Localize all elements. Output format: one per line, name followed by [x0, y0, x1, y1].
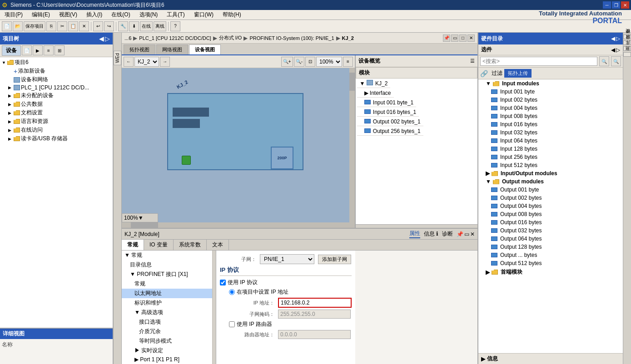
title-bar-controls[interactable]: ─ ❐ ✕	[603, 1, 629, 9]
canvas-scrollbar-thumb-v[interactable]	[349, 73, 355, 91]
tree-root[interactable]: ▼ 项目6	[1, 58, 112, 67]
pin-button[interactable]: 📌	[443, 34, 450, 42]
catalog-search-input[interactable]	[480, 57, 597, 66]
canvas-scrollbar-h[interactable]	[122, 222, 355, 228]
prop-tab-io[interactable]: IO 变量	[144, 240, 174, 250]
menu-edit[interactable]: 编辑(E)	[29, 10, 53, 20]
tab-network[interactable]: 网络视图	[156, 44, 188, 54]
tab-device[interactable]: 设备视图	[189, 44, 221, 54]
prop-tree-realtime[interactable]: ▶ 实时设定	[122, 346, 212, 355]
redo-button[interactable]: ↪	[104, 21, 114, 31]
catalog-input-128[interactable]: Input 128 bytes	[478, 145, 623, 153]
table-row-input016[interactable]: Input 016 bytes_1	[356, 108, 477, 117]
copy-button[interactable]: ⎘	[46, 21, 56, 31]
prop-tree-profinet[interactable]: ▼ PROFINET 接口 [X1]	[122, 270, 212, 279]
device-overview-menu[interactable]: ☰	[470, 58, 475, 64]
prop-tree-ident[interactable]: 标识和维护	[122, 298, 212, 308]
menu-view[interactable]: 视图(V)	[56, 10, 80, 20]
cut-button[interactable]: ✂	[57, 21, 67, 31]
sidebar-grid-btn[interactable]: ⊞	[55, 45, 65, 55]
set-in-project-radio[interactable]	[229, 289, 235, 295]
prop-restore-btn[interactable]: ▭	[464, 231, 469, 237]
catalog-toggle-btn[interactable]: ◀	[611, 35, 615, 42]
catalog-input-512[interactable]: Input 512 bytes	[478, 161, 623, 169]
catalog-output-001[interactable]: Output 001 byte	[478, 186, 623, 194]
options-expand-btn[interactable]: ▷	[616, 47, 620, 53]
restore-button[interactable]: ❐	[612, 1, 620, 9]
tree-card-reader[interactable]: ▶ 读卡器/USB 存储器	[1, 134, 112, 143]
edge-tab-wed[interactable]: WEd	[114, 51, 121, 65]
zoom-selector[interactable]: 100%	[316, 57, 342, 67]
menu-options[interactable]: 选项(N)	[137, 10, 161, 20]
sidebar-toggle-button[interactable]: ◀	[99, 35, 104, 42]
prop-tab-sysconst[interactable]: 系统常数	[174, 240, 207, 250]
catalog-input-004[interactable]: Input 004 bytes	[478, 104, 623, 112]
device-overview-scrollbar[interactable]	[356, 224, 477, 228]
delete-button[interactable]: ✕	[79, 21, 89, 31]
sidebar-open-btn[interactable]: ▶	[33, 45, 43, 55]
tree-languages[interactable]: ▶ 语言和资源	[1, 117, 112, 126]
router-addr-input[interactable]	[278, 330, 351, 339]
catalog-output-004[interactable]: Output 004 bytes	[478, 202, 623, 210]
prop-header-tab-diag[interactable]: 诊断	[442, 230, 453, 238]
zoom-out-btn[interactable]: 🔍-	[294, 57, 304, 67]
canvas-scrollbar-thumb-h[interactable]	[131, 222, 158, 228]
zoom-in-btn[interactable]: 🔍+	[281, 57, 293, 67]
prop-tree-media-red[interactable]: 介质冗余	[122, 327, 212, 336]
undo-button[interactable]: ↩	[93, 21, 103, 31]
prop-tree-port1[interactable]: ▶ Port 1 [X1 P1 R]	[122, 355, 212, 364]
open-button[interactable]: 📂	[13, 21, 23, 31]
fit-btn[interactable]: ⊡	[305, 57, 315, 67]
tree-common-data[interactable]: ▶ 公共数据	[1, 100, 112, 108]
menu-insert[interactable]: 插入(I)	[84, 10, 105, 20]
table-row-kj2[interactable]: ▼ KJ_2	[356, 79, 477, 89]
offline-button[interactable]: 离线	[154, 21, 166, 31]
catalog-output-512[interactable]: Output 512 bytes	[478, 259, 623, 267]
toggle-view-btn[interactable]: ≡	[343, 57, 353, 67]
edge-tab-library[interactable]: 库	[623, 46, 631, 51]
tree-devices-networks[interactable]: 设备和网络	[1, 75, 112, 84]
menu-online[interactable]: 在线(O)	[109, 10, 133, 20]
catalog-output-064[interactable]: Output 064 bytes	[478, 235, 623, 243]
tree-add-device[interactable]: + 添加新设备	[1, 67, 112, 75]
menu-project[interactable]: 项目(P)	[2, 10, 25, 20]
prop-tree-dir-info[interactable]: 目录信息	[122, 260, 212, 270]
table-row-output002[interactable]: Output 002 bytes_1	[356, 117, 477, 127]
table-row-interface[interactable]: ▶ Interface	[356, 89, 477, 98]
edge-tab-hardware[interactable]: 硬件	[623, 34, 631, 39]
catalog-search-btn[interactable]: 🔍	[599, 56, 609, 66]
close-button[interactable]: ✕	[621, 1, 629, 9]
catalog-input-008[interactable]: Input 008 bytes	[478, 112, 623, 120]
catalog-output-008[interactable]: Output 008 bytes	[478, 210, 623, 218]
nav-right-btn[interactable]: →	[160, 57, 170, 67]
new-button[interactable]: 📄	[2, 21, 12, 31]
edge-tab-test[interactable]: 测	[623, 52, 631, 57]
prop-tab-general[interactable]: 常规	[122, 240, 144, 250]
device-main-box[interactable]: 200P	[167, 93, 303, 170]
prop-tree-iface-opts[interactable]: 接口选项	[122, 317, 212, 327]
catalog-expand-btn[interactable]: ▷	[616, 35, 620, 42]
topology-upload-btn[interactable]: 拓扑上传	[504, 69, 532, 78]
catalog-output-128[interactable]: Output 128 bytes	[478, 243, 623, 251]
restore-panel-button[interactable]: ▭	[451, 34, 458, 42]
device-selector[interactable]: KJ_2	[134, 57, 159, 67]
edge-tab-catalog[interactable]: 目录	[623, 40, 631, 45]
save-button[interactable]: 保存项目	[24, 21, 45, 31]
add-subnet-button[interactable]: 添加新子网	[318, 255, 351, 264]
table-row-input001[interactable]: Input 001 byte_1	[356, 98, 477, 108]
download-button[interactable]: ⬇	[129, 21, 139, 31]
catalog-output-032[interactable]: Output 032 bytes	[478, 226, 623, 235]
prop-close-btn[interactable]: ✕	[470, 231, 475, 237]
prop-header-tab-properties[interactable]: 属性	[409, 230, 420, 238]
tree-plc1[interactable]: ▶ PLC_1 [CPU 1212C DC/D...	[1, 84, 112, 91]
device-200p[interactable]: 200P	[271, 147, 293, 169]
catalog-input-064[interactable]: Input 064 bytes	[478, 137, 623, 145]
canvas-scrollbar-v[interactable]	[349, 68, 355, 222]
use-ip-checkbox[interactable]	[220, 280, 226, 285]
catalog-head-modules-folder[interactable]: ▶ 首端模块	[478, 267, 623, 277]
nav-left-btn[interactable]: ←	[124, 57, 134, 67]
catalog-output-modules-folder[interactable]: ▼ Output modules	[478, 177, 623, 186]
subnet-select[interactable]: PN/IE_1	[260, 254, 314, 264]
close-panel-button[interactable]: ✕	[467, 34, 475, 42]
prop-tree-ethernet[interactable]: 以太网地址	[122, 289, 212, 298]
